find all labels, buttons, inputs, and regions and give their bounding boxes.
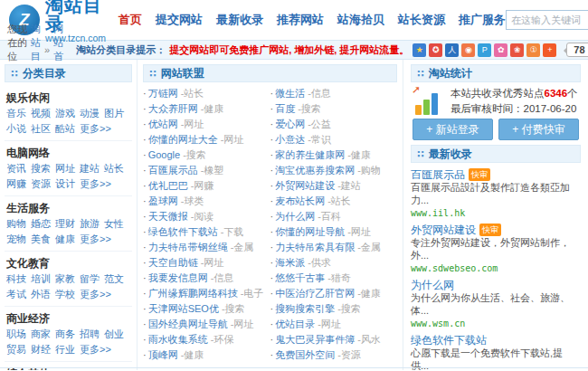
share-tencent-icon[interactable]: P — [478, 43, 491, 57]
site-link[interactable]: 你懂的网址大全 — [148, 134, 218, 145]
site-link[interactable]: 家的养生健康网 — [275, 149, 345, 160]
site-link[interactable]: 外贸网站建设 — [275, 180, 335, 191]
category-link[interactable]: 资源 — [31, 176, 51, 192]
site-link[interactable]: 你懂的网址导航 — [275, 226, 345, 237]
category-link[interactable]: 更多>> — [80, 121, 111, 137]
site-link[interactable]: 大众养肝网 — [148, 103, 198, 114]
latest-item-url[interactable]: www.sdwebseo.com — [411, 262, 581, 274]
site-link[interactable]: 广州缘辉鹏网络科技 — [148, 288, 238, 299]
category-link[interactable]: 行业 — [55, 342, 75, 357]
category-link[interactable]: 理财 — [55, 216, 75, 232]
category-link[interactable]: 创业 — [104, 327, 124, 342]
search-input[interactable] — [506, 10, 588, 30]
category-link[interactable]: 培训 — [31, 271, 51, 287]
share-count[interactable]: 78 — [566, 43, 588, 57]
nav-item[interactable]: 提交网站 — [156, 12, 203, 28]
paid-fast-review-button[interactable]: + 付费快审 — [498, 119, 579, 140]
category-link[interactable]: 购物 — [6, 216, 26, 232]
category-link[interactable]: 酷站 — [55, 121, 75, 137]
share-qzone-icon[interactable]: ✿ — [494, 43, 507, 57]
latest-item-url[interactable]: www.wsm.cn — [411, 318, 581, 329]
site-link[interactable]: 为什么网 — [275, 211, 315, 222]
nav-item[interactable]: 站长资源 — [398, 12, 445, 28]
share-star-icon[interactable]: ★ — [413, 43, 426, 57]
new-site-signup-button[interactable]: + 新站登录 — [413, 119, 493, 140]
site-link[interactable]: 淘宝优惠券搜索网 — [275, 165, 355, 176]
category-link[interactable]: 更多>> — [80, 287, 111, 302]
share-favorite-icon[interactable]: ✪ — [429, 43, 442, 57]
site-link[interactable]: 盈球网 — [148, 195, 178, 206]
category-link[interactable]: 考试 — [6, 287, 26, 302]
share-info-icon[interactable]: ① — [526, 43, 540, 57]
category-link[interactable]: 美食 — [31, 232, 51, 247]
site-link[interactable]: 雨水收集系统 — [148, 334, 208, 345]
site-link[interactable]: 中医治疗乙肝官网 — [275, 288, 355, 299]
category-link[interactable]: 留学 — [80, 271, 100, 287]
category-link[interactable]: 宠物 — [6, 232, 26, 247]
site-link[interactable]: 爱心网 — [275, 119, 305, 129]
site-link[interactable]: 天空自助链 — [148, 257, 198, 268]
site-link[interactable]: 我要发信息网 — [148, 272, 208, 283]
site-link[interactable]: 百匯展示品 — [148, 165, 198, 176]
site-link[interactable]: 小意达 — [275, 134, 305, 145]
category-link[interactable]: 站长 — [104, 161, 124, 176]
category-link[interactable]: 建站 — [80, 161, 100, 176]
category-link[interactable]: 商家 — [31, 327, 51, 342]
category-link[interactable]: 范文 — [104, 271, 124, 287]
nav-item[interactable]: 推荐网站 — [277, 12, 324, 28]
nav-item[interactable]: 推广服务 — [459, 12, 506, 28]
site-link[interactable]: 悠悠千古事 — [275, 272, 325, 283]
category-link[interactable]: 图片 — [104, 106, 124, 121]
site-link[interactable]: 麦布站长网 — [275, 195, 325, 206]
site-link[interactable]: 国外经典网址导航 — [148, 319, 228, 329]
site-link[interactable]: 免费国外空间 — [275, 349, 335, 360]
site-link[interactable]: 万链网 — [148, 88, 178, 99]
category-link[interactable]: 网址 — [55, 161, 75, 176]
category-link[interactable]: 动漫 — [80, 106, 100, 121]
category-link[interactable]: 更多>> — [80, 176, 111, 192]
site-link[interactable]: 力夫特吊带钢丝绳 — [148, 242, 228, 252]
category-link[interactable]: 设计 — [55, 176, 75, 192]
site-link[interactable]: 力夫特吊索具有限 — [275, 242, 355, 252]
latest-item-title[interactable]: 百匯展示品 — [411, 168, 465, 181]
latest-item-title[interactable]: 绿色软件下载站 — [411, 334, 487, 347]
category-link[interactable]: 旅游 — [80, 216, 100, 232]
category-link[interactable]: 资讯 — [6, 161, 26, 176]
nav-item[interactable]: 站海拾贝 — [337, 12, 384, 28]
site-link[interactable]: 绿色软件下载站 — [148, 226, 218, 237]
category-link[interactable]: 搜索 — [31, 161, 51, 176]
category-link[interactable]: 贸易 — [6, 342, 26, 357]
category-link[interactable]: 视频 — [31, 106, 51, 121]
nav-item[interactable]: 首页 — [119, 12, 142, 28]
share-baidu-icon[interactable]: ❀ — [510, 43, 524, 57]
category-link[interactable]: 更多>> — [80, 342, 111, 357]
site-link[interactable]: 微生活 — [275, 88, 305, 99]
category-link[interactable]: 健康 — [55, 232, 75, 247]
category-link[interactable]: 小说 — [6, 121, 26, 137]
latest-item-title[interactable]: 外贸网站建设 — [411, 224, 476, 236]
site-link[interactable]: 优礼巴巴 — [148, 180, 188, 191]
site-link[interactable]: 天津网站SEO优 — [148, 303, 219, 314]
share-camera-icon[interactable]: ◉ — [461, 43, 475, 57]
share-renren-icon[interactable]: 人 — [445, 43, 459, 57]
site-link[interactable]: Google — [148, 149, 180, 160]
category-link[interactable]: 学校 — [55, 287, 75, 302]
category-link[interactable]: 女性 — [104, 216, 124, 232]
site-link[interactable]: 鬼大巴灵异事件簿 — [275, 334, 355, 345]
category-link[interactable]: 财经 — [31, 342, 51, 357]
category-link[interactable]: 网赚 — [6, 176, 26, 192]
category-link[interactable]: 外语 — [31, 287, 51, 302]
site-link[interactable]: 优站目录 — [275, 319, 315, 329]
category-link[interactable]: 科技 — [6, 271, 26, 287]
site-link[interactable]: 搜狗搜索引擎 — [275, 303, 335, 314]
site-link[interactable]: 百度 — [275, 103, 295, 114]
category-link[interactable]: 更多>> — [80, 232, 111, 247]
category-link[interactable]: 游戏 — [55, 106, 75, 121]
category-link[interactable]: 招聘 — [80, 327, 100, 342]
site-link[interactable]: 顶峰网 — [148, 349, 178, 360]
category-link[interactable]: 社区 — [31, 121, 51, 137]
latest-item-url[interactable]: www.iil.hk — [411, 207, 581, 219]
category-link[interactable]: 婚恋 — [31, 216, 51, 232]
site-link[interactable]: 海米派 — [275, 257, 305, 268]
share-more-icon[interactable]: + — [543, 43, 556, 57]
